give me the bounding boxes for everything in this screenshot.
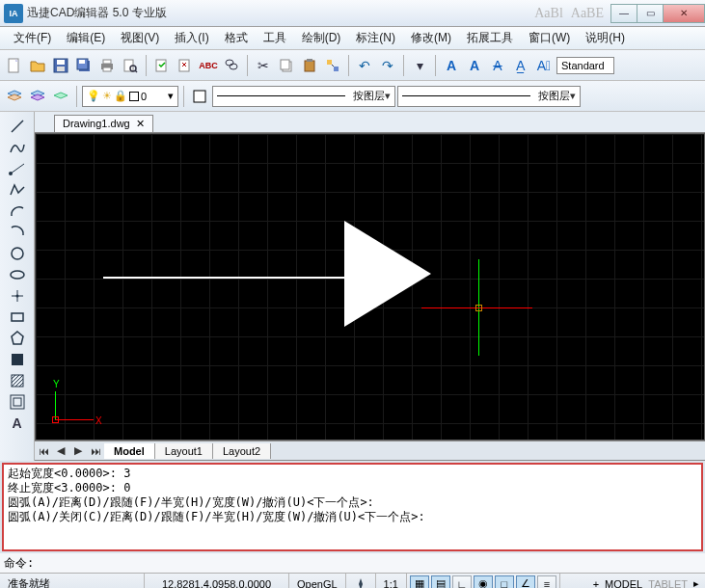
nested-tool-icon[interactable] (6, 391, 29, 413)
tab-next-icon[interactable]: ▶ (69, 442, 87, 460)
line-tool-icon[interactable] (6, 116, 29, 137)
ortho-toggle[interactable]: ∟ (452, 575, 472, 589)
status-ready: 准备就绪 (0, 574, 145, 588)
status-compass-icon[interactable] (346, 574, 376, 588)
textstyle-a1-icon[interactable]: A (441, 55, 462, 76)
svg-line-38 (12, 375, 15, 379)
layer-combo[interactable]: 💡 ☀ 🔒 0 ▾ (82, 86, 178, 107)
svg-marker-35 (12, 332, 23, 344)
textstyle-combo[interactable]: Standard (556, 57, 614, 74)
arc-tool-icon[interactable] (6, 200, 29, 222)
menu-modify[interactable]: 修改(M) (403, 28, 459, 48)
osnap-toggle[interactable]: □ (495, 575, 514, 589)
matchprop-icon[interactable] (322, 55, 343, 76)
tab-layout2[interactable]: Layout2 (213, 443, 271, 459)
command-input[interactable]: 命令: (0, 553, 705, 573)
dropdown-arrow-icon[interactable]: ▾ (409, 55, 430, 76)
crosshair-pickbox (475, 305, 482, 311)
minimize-button[interactable]: — (610, 4, 637, 23)
status-tablet[interactable]: TABLET (648, 578, 688, 589)
color-bycolor-icon[interactable] (189, 86, 210, 107)
svg-line-12 (135, 70, 137, 72)
svg-point-29 (12, 248, 23, 259)
save-icon[interactable] (50, 55, 71, 76)
tab-model[interactable]: Model (104, 443, 155, 459)
drawing-canvas[interactable]: YX (35, 133, 705, 441)
redo-icon[interactable]: ↷ (377, 55, 398, 76)
audit-icon[interactable] (151, 55, 173, 76)
spellcheck-icon[interactable]: ABC (198, 55, 219, 76)
menu-help[interactable]: 说明(H) (578, 28, 633, 48)
tab-last-icon[interactable]: ⏭ (87, 442, 104, 460)
tab-prev-icon[interactable]: ◀ (52, 442, 69, 460)
play-overlay-icon[interactable] (344, 221, 431, 327)
faded-style-2: AaBE (571, 6, 604, 21)
layer-states-icon[interactable] (27, 86, 48, 107)
status-scale[interactable]: 1:1 (376, 574, 407, 588)
grid-toggle[interactable]: ▤ (431, 575, 450, 589)
print-preview-icon[interactable] (120, 55, 141, 76)
close-tab-icon[interactable]: ✕ (136, 118, 145, 130)
polar-toggle[interactable]: ◉ (474, 575, 493, 589)
svg-line-42 (19, 383, 23, 387)
polygon-tool-icon[interactable] (6, 328, 29, 349)
plus-icon[interactable]: + (593, 578, 599, 589)
purge-icon[interactable] (175, 55, 196, 76)
polyline-tool-icon[interactable] (6, 179, 29, 200)
arc2-tool-icon[interactable] (6, 222, 29, 243)
menu-format[interactable]: 格式 (217, 28, 256, 48)
find-icon[interactable] (221, 55, 242, 76)
paste-icon[interactable] (299, 55, 320, 76)
menu-edit[interactable]: 编辑(E) (59, 28, 113, 48)
snap-toggle[interactable]: ▦ (410, 575, 429, 589)
copy-icon[interactable] (276, 55, 297, 76)
menu-window[interactable]: 窗口(W) (521, 28, 578, 48)
svg-line-39 (12, 375, 19, 383)
svg-rect-20 (281, 60, 289, 69)
lineweight-combo[interactable]: 按图层▾ (397, 86, 581, 107)
print-icon[interactable] (96, 55, 118, 76)
status-opengl[interactable]: OpenGL (289, 574, 346, 588)
cmd-history-line: 圆弧(A)/关闭(C)/距离(D)/跟随(F)/半宽(H)/宽度(W)/撤消(U… (8, 510, 697, 524)
menu-view[interactable]: 视图(V) (113, 28, 167, 48)
status-model[interactable]: MODEL (605, 578, 642, 589)
layer-previous-icon[interactable] (50, 86, 71, 107)
menu-draw[interactable]: 绘制(D) (294, 28, 349, 48)
point-tool-icon[interactable] (6, 285, 29, 307)
menu-insert[interactable]: 插入(I) (167, 28, 216, 48)
block-tool-icon[interactable] (6, 349, 29, 370)
new-icon[interactable] (4, 55, 25, 76)
layer-color-swatch (129, 92, 139, 101)
layout-tabs: ⏮ ◀ ▶ ⏭ Model Layout1 Layout2 (35, 441, 705, 461)
lwt-toggle[interactable]: ≡ (537, 575, 556, 589)
svg-rect-8 (103, 60, 111, 64)
linetype-combo[interactable]: 按图层▾ (212, 86, 395, 107)
saveall-icon[interactable] (73, 55, 95, 76)
menu-tools[interactable]: 工具 (256, 28, 294, 48)
textstyle-a4-icon[interactable]: A̲ (510, 55, 531, 76)
ellipse-tool-icon[interactable] (6, 264, 29, 285)
close-button[interactable]: ✕ (663, 4, 705, 23)
tab-first-icon[interactable]: ⏮ (35, 442, 52, 460)
menu-file[interactable]: 文件(F) (6, 28, 59, 48)
document-tab[interactable]: Drawing1.dwg ✕ (54, 115, 153, 132)
menu-extend[interactable]: 拓展工具 (459, 28, 521, 48)
textstyle-a5-icon[interactable]: Aͮ (533, 55, 555, 76)
textstyle-a2-icon[interactable]: A (464, 55, 485, 76)
ray-tool-icon[interactable] (6, 158, 29, 179)
maximize-button[interactable]: ▭ (637, 4, 664, 23)
textstyle-a3-icon[interactable]: A (487, 55, 508, 76)
otrack-toggle[interactable]: ∠ (516, 575, 535, 589)
status-arrow-icon[interactable]: ▸ (693, 577, 699, 588)
text-tool-icon[interactable]: A (6, 413, 29, 434)
open-icon[interactable] (27, 55, 48, 76)
spline-tool-icon[interactable] (6, 137, 29, 158)
undo-icon[interactable]: ↶ (354, 55, 375, 76)
cut-icon[interactable]: ✂ (253, 55, 274, 76)
rectangle-tool-icon[interactable] (6, 307, 29, 328)
tab-layout1[interactable]: Layout1 (155, 443, 213, 459)
circle-tool-icon[interactable] (6, 243, 29, 264)
menu-dimension[interactable]: 标注(N) (348, 28, 403, 48)
layer-manager-icon[interactable] (4, 86, 25, 107)
hatch-tool-icon[interactable] (6, 370, 29, 391)
